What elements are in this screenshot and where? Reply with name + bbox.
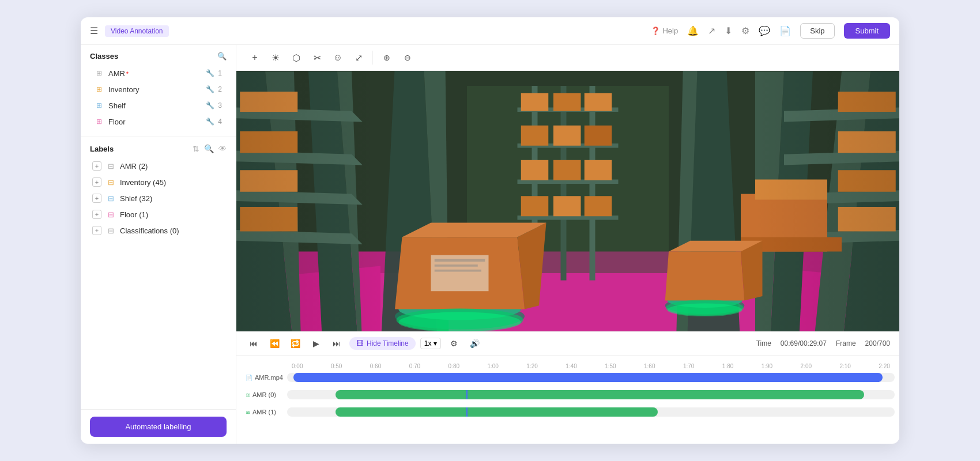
zoom-out-btn[interactable]: ⊖: [398, 48, 417, 67]
classes-header: Classes 🔍: [90, 52, 227, 61]
menu-icon[interactable]: ☰: [90, 25, 98, 36]
ruler-mark-5: 1:00: [487, 363, 498, 369]
skip-back-btn[interactable]: ⏮: [246, 335, 262, 352]
emoji-tool-btn[interactable]: ☺: [329, 48, 347, 67]
floor-class-name: Floor: [108, 118, 201, 126]
submit-button[interactable]: Submit: [844, 23, 890, 39]
timeline-scroll[interactable]: 0:00 0:50 0:60 0:70 0:80 1:00 1:20 1:40 …: [236, 356, 899, 444]
eye-icon[interactable]: 👁: [218, 144, 227, 153]
toolbar-divider: [372, 51, 373, 65]
amrmp4-label: 📄 AMR.mp4: [241, 374, 287, 381]
timeline-row-amr1: ≋ AMR (1): [241, 404, 895, 420]
main-body: Classes 🔍 ⊞ AMR* 🔧 1 ⊞ Inventory: [81, 45, 899, 444]
amr-label-expand[interactable]: +: [92, 161, 101, 171]
amrmp4-label-text: AMR.mp4: [255, 374, 283, 381]
ruler-mark-7: 1:40: [566, 363, 576, 369]
app-window: ☰ Video Annotation ❓ Help 🔔 ↗ ⬇ ⚙ 💬 📄 Sk…: [81, 17, 899, 444]
sidebar: Classes 🔍 ⊞ AMR* 🔧 1 ⊞ Inventory: [81, 45, 236, 444]
label-item-amr[interactable]: + ⊟ AMR (2): [90, 158, 227, 174]
floor-class-num: 4: [218, 118, 222, 126]
labels-header: Labels ⇅ 🔍 👁: [90, 144, 227, 153]
floor-class-right: 🔧 4: [206, 118, 222, 126]
class-item-shelf[interactable]: ⊞ Shelf 🔧 3: [90, 97, 227, 114]
svg-marker-69: [665, 252, 745, 301]
floor-class-icon: ⊞: [95, 117, 104, 126]
timeline-controls: ⏮ ⏪ 🔁 ▶ ⏭ 🎞 Hide Timeline 1x ▾ ⚙ 🔊: [236, 332, 899, 356]
label-item-floor[interactable]: + ⊟ Floor (1): [90, 206, 227, 222]
zoom-in-btn[interactable]: ⊕: [378, 48, 396, 67]
cut-tool-btn[interactable]: ✂: [308, 48, 326, 67]
svg-rect-64: [435, 270, 481, 272]
shelf-label-icon: ⊟: [106, 194, 115, 203]
help-btn[interactable]: ❓ Help: [651, 27, 678, 35]
chat-icon[interactable]: 💬: [759, 25, 770, 36]
settings-timeline-btn[interactable]: ⚙: [446, 335, 462, 352]
brightness-tool-btn[interactable]: ☀: [266, 48, 285, 67]
hide-timeline-btn[interactable]: 🎞 Hide Timeline: [349, 337, 416, 350]
timeline-cursor-3: [466, 407, 468, 417]
prev-frame-btn[interactable]: ⏪: [266, 335, 282, 352]
amr-class-name: AMR*: [108, 69, 201, 78]
play-btn[interactable]: ▶: [308, 335, 324, 352]
ruler-mark-8: 1:50: [605, 363, 616, 369]
svg-rect-14: [553, 93, 581, 111]
auto-label-button[interactable]: Automated labelling: [90, 417, 227, 437]
search-classes-icon[interactable]: 🔍: [217, 52, 227, 61]
amr-class-icon: ⊞: [95, 69, 104, 78]
amr-label-icon: ⊟: [106, 161, 115, 171]
warehouse-scene: [236, 71, 899, 331]
shelf-label-expand[interactable]: +: [92, 194, 101, 203]
audio-btn[interactable]: 🔊: [466, 335, 483, 352]
inventory-label-expand[interactable]: +: [92, 177, 101, 187]
amr0-bar: [336, 390, 864, 399]
inventory-class-icon: ⊞: [95, 85, 104, 94]
speed-selector[interactable]: 1x ▾: [420, 338, 442, 349]
download-icon[interactable]: ⬇: [725, 25, 732, 36]
amr0-track[interactable]: [287, 390, 895, 399]
skip-button[interactable]: Skip: [800, 23, 834, 39]
hide-timeline-label: Hide Timeline: [367, 339, 409, 347]
shelf-class-right: 🔧 3: [206, 101, 222, 109]
skip-forward-btn[interactable]: ⏭: [329, 335, 345, 352]
ruler-mark-4: 0:80: [448, 363, 459, 369]
floor-label-name: Floor (1): [120, 210, 224, 219]
loop-btn[interactable]: 🔁: [287, 335, 303, 352]
select-tool-btn[interactable]: ⬡: [287, 48, 306, 67]
amr0-row-icon: ≋: [246, 392, 250, 398]
amrmp4-track[interactable]: [287, 373, 895, 382]
amr1-row-icon: ≋: [246, 409, 250, 415]
classifications-label-expand[interactable]: +: [92, 226, 101, 235]
floor-label-expand[interactable]: +: [92, 210, 101, 219]
shelf-magic-icon: 🔧: [206, 101, 214, 109]
shelf-class-num: 3: [218, 101, 222, 109]
search-labels-icon[interactable]: 🔍: [204, 144, 214, 153]
label-item-classifications[interactable]: + ⊟ Classifications (0): [90, 222, 227, 239]
sort-icon[interactable]: ⇅: [193, 144, 199, 153]
class-item-amr[interactable]: ⊞ AMR* 🔧 1: [90, 65, 227, 81]
share-icon[interactable]: ↗: [708, 25, 715, 36]
bell-icon[interactable]: 🔔: [687, 25, 699, 36]
amr1-track[interactable]: [287, 407, 895, 417]
time-info: Time 00:69/00:29:07 Frame 200/700: [756, 339, 890, 347]
video-area: [236, 71, 899, 331]
inventory-class-right: 🔧 2: [206, 85, 222, 93]
add-tool-btn[interactable]: +: [246, 48, 264, 67]
inventory-label-name: Inventory (45): [120, 178, 224, 187]
sidebar-footer: Automated labelling: [81, 409, 236, 444]
timeline-ruler: 0:00 0:50 0:60 0:70 0:80 1:00 1:20 1:40 …: [241, 358, 895, 369]
ruler-mark-6: 1:20: [526, 363, 537, 369]
class-item-floor[interactable]: ⊞ Floor 🔧 4: [90, 114, 227, 130]
label-item-shelf[interactable]: + ⊟ Shlef (32): [90, 190, 227, 206]
ruler-mark-15: 2:20: [879, 363, 889, 369]
label-item-inventory[interactable]: + ⊟ Inventory (45): [90, 174, 227, 190]
fullscreen-tool-btn[interactable]: ⤢: [349, 48, 368, 67]
svg-rect-74: [236, 71, 380, 331]
class-item-inventory[interactable]: ⊞ Inventory 🔧 2: [90, 81, 227, 97]
breadcrumb: Video Annotation: [105, 25, 169, 37]
shelf-class-name: Shelf: [108, 101, 201, 110]
svg-rect-24: [585, 196, 612, 216]
settings-icon[interactable]: ⚙: [741, 25, 749, 36]
file-icon: 📄: [246, 375, 252, 381]
document-icon[interactable]: 📄: [779, 25, 791, 36]
timeline-cursor-1: [466, 373, 468, 382]
